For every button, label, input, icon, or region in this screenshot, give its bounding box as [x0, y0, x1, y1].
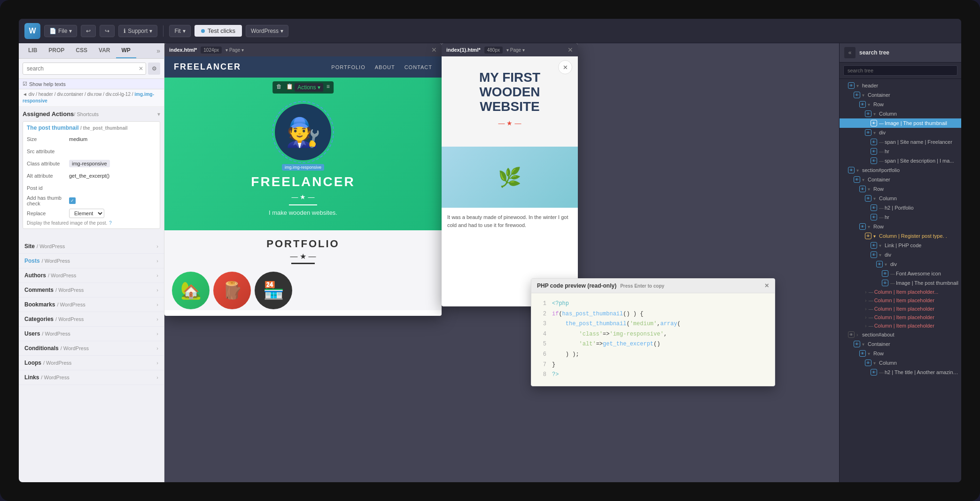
- replace-select[interactable]: Element: [69, 209, 104, 218]
- cat-loops[interactable]: Loops / WordPress ›: [19, 356, 164, 370]
- tree-collapse-btn[interactable]: «: [844, 47, 856, 58]
- wordpress-button[interactable]: WordPress ▾: [246, 25, 288, 37]
- tree-col-about[interactable]: 👁 ▾ Column: [840, 358, 961, 368]
- tree-hr-1[interactable]: 👁 — hr: [840, 147, 961, 156]
- tree-fa-icon[interactable]: 👁 — Font Awesome icon: [840, 269, 961, 278]
- tree-div-inner2[interactable]: 👁 ▾ div: [840, 259, 961, 269]
- search-settings-icon[interactable]: ⚙: [148, 63, 160, 75]
- hero-action-menu[interactable]: ≡: [327, 83, 330, 92]
- main-canvas-tab[interactable]: index.html*: [169, 47, 197, 53]
- checkbox-icon: ☑: [23, 81, 27, 87]
- support-button[interactable]: ℹ Support ▾: [118, 25, 157, 37]
- second-canvas-tab[interactable]: index(1).html*: [446, 47, 481, 53]
- second-page-dropdown[interactable]: ▾ Page ▾: [506, 47, 525, 53]
- hero-action-trash[interactable]: 🗑: [276, 83, 282, 92]
- element-label: img.img-responsive: [282, 164, 324, 171]
- tree-container-node[interactable]: 👁 ▾ Container: [840, 90, 961, 100]
- second-canvas-close[interactable]: ✕: [568, 46, 573, 54]
- tree-row-portfolio[interactable]: 👁 ▾ Row: [840, 184, 961, 194]
- tree-h2-about[interactable]: 👁 — h2 | The title | Another amazing p..…: [840, 368, 961, 377]
- main-page-dropdown[interactable]: ▾ Page ▾: [226, 47, 244, 53]
- action-item: The post thumbnail / the_post_thumbnail …: [23, 121, 160, 229]
- tab-prop[interactable]: PROP: [43, 43, 70, 58]
- hero-action-actions[interactable]: Actions ▾: [295, 83, 323, 92]
- cat-bookmarks-name: Bookmarks: [24, 301, 55, 308]
- fit-button[interactable]: Fit ▾: [169, 25, 190, 37]
- cat-site[interactable]: Site / WordPress ›: [19, 239, 164, 254]
- tree-row-about[interactable]: 👁 ▾ Row: [840, 349, 961, 358]
- search-clear-icon[interactable]: ✕: [139, 65, 143, 72]
- tree-column-1[interactable]: 👁 ▾ Column: [840, 109, 961, 118]
- tree-eye-div3: 👁: [876, 261, 883, 267]
- cat-posts[interactable]: Posts / WordPress ›: [19, 254, 164, 268]
- nav-contact[interactable]: CONTACT: [404, 64, 432, 70]
- hero-action-copy[interactable]: 📋: [286, 83, 293, 92]
- main-canvas-close[interactable]: ✕: [431, 46, 437, 54]
- tab-wp[interactable]: WP: [116, 43, 136, 58]
- cat-comments[interactable]: Comments / WordPress ›: [19, 283, 164, 297]
- undo-button[interactable]: ↩: [81, 25, 96, 37]
- file-menu-button[interactable]: 📄 File ▾: [44, 25, 77, 37]
- tree-div-1[interactable]: 👁 ▾ div: [840, 128, 961, 137]
- cat-categories-arrow: ›: [156, 316, 158, 322]
- cat-authors[interactable]: Authors / WordPress ›: [19, 268, 164, 283]
- tree-header[interactable]: 👁 ▾ header: [840, 81, 961, 90]
- cat-conditionals-sub: / WordPress: [61, 345, 89, 351]
- cat-links[interactable]: Links / WordPress ›: [19, 370, 164, 385]
- cat-conditionals[interactable]: Conditionals / WordPress ›: [19, 341, 164, 356]
- php-popup-header: PHP code preview (read-only) Press Enter…: [531, 279, 775, 293]
- second-image: 🌿: [442, 147, 578, 208]
- panel-collapse-btn[interactable]: »: [156, 47, 160, 55]
- tree-section-portfolio[interactable]: 👁 ▾ section#portfolio: [840, 165, 961, 175]
- cat-comments-arrow: ›: [156, 287, 158, 293]
- tree-container-about[interactable]: 👁 ▾ Container: [840, 339, 961, 349]
- cat-users[interactable]: Users / WordPress ›: [19, 327, 164, 341]
- tree-container-portfolio[interactable]: 👁 ▾ Container: [840, 175, 961, 184]
- tree-div-inner[interactable]: 👁 ▾ div: [840, 250, 961, 259]
- cat-loops-sub: / WordPress: [43, 360, 71, 366]
- tree-row-2[interactable]: 👁 ▾ Row: [840, 222, 961, 231]
- assigned-actions-section: Assigned Actions / Shortcuts ▾ The post …: [19, 107, 164, 235]
- tree-h2-portfolio[interactable]: 👁 — h2 | Portfolio: [840, 203, 961, 212]
- hero-avatar: 🧑‍🔧: [275, 104, 331, 160]
- tab-var[interactable]: VAR: [93, 43, 116, 58]
- tree-img-post[interactable]: 👁 — Image | The post thumbnail: [840, 278, 961, 288]
- php-popup-title: PHP code preview (read-only): [537, 282, 616, 289]
- tree-span-sitedesc[interactable]: 👁 — span | Site description | I ma...: [840, 156, 961, 165]
- tree-col-placeholder-2[interactable]: › — Column | Item placeholder: [840, 296, 961, 305]
- search-tree-input[interactable]: [843, 65, 957, 76]
- tree-hr-portfolio[interactable]: 👁 — hr: [840, 212, 961, 222]
- main-canvas-header: index.html* 1024px ▾ Page ▾ ✕: [164, 43, 442, 56]
- tree-col-placeholder-3[interactable]: › — Column | Item placeholder: [840, 305, 961, 313]
- nav-portfolio[interactable]: PORTFOLIO: [331, 64, 365, 70]
- test-clicks-tab[interactable]: Test clicks: [194, 25, 242, 37]
- show-help-toggle[interactable]: ☑ Show help texts: [19, 79, 164, 89]
- panel-tabs: LIB PROP CSS VAR WP »: [19, 43, 164, 59]
- cat-links-name: Links: [24, 374, 39, 381]
- tree-image-thumb[interactable]: 👁 — Image | The post thumbnail: [840, 118, 961, 128]
- php-popup-close[interactable]: ✕: [764, 282, 769, 289]
- second-preview-close[interactable]: ✕: [558, 60, 572, 74]
- tab-lib[interactable]: LIB: [23, 43, 43, 58]
- tree-section-about[interactable]: 👁 › section#about: [840, 330, 961, 339]
- tree-row-1[interactable]: 👁 ▾ Row: [840, 100, 961, 109]
- tree-col-register[interactable]: 👁 ▾ Column | Register post type. .: [840, 231, 961, 241]
- tree-col-placeholder-5[interactable]: › — Column | Item placeholder: [840, 321, 961, 330]
- portfolio-item-1: 🏡: [172, 272, 210, 309]
- tree-span-sitename[interactable]: 👁 — span | Site name | Freelancer: [840, 137, 961, 147]
- nav-about[interactable]: ABOUT: [375, 64, 395, 70]
- search-input[interactable]: [23, 63, 146, 75]
- assigned-collapse-icon[interactable]: ▾: [157, 111, 160, 117]
- tab-css[interactable]: CSS: [70, 43, 93, 58]
- toolbar-divider-1: [163, 25, 163, 37]
- cat-bookmarks[interactable]: Bookmarks / WordPress ›: [19, 297, 164, 312]
- cat-categories[interactable]: Categories / WordPress ›: [19, 312, 164, 327]
- tree-col-portfolio[interactable]: 👁 ▾ Column: [840, 194, 961, 203]
- sidebar-categories: Site / WordPress › Posts / WordPress › A…: [19, 235, 164, 482]
- tree-eye-div2: 👁: [871, 251, 877, 258]
- redo-button[interactable]: ↪: [100, 25, 115, 37]
- has-thumb-checkbox[interactable]: ✓: [69, 197, 76, 204]
- tree-link-php[interactable]: 👁 ▾ Link | PHP code: [840, 241, 961, 250]
- tree-col-placeholder-1[interactable]: › — Column | Item placeholder...: [840, 288, 961, 296]
- tree-col-placeholder-4[interactable]: › — Column | Item placeholder: [840, 313, 961, 321]
